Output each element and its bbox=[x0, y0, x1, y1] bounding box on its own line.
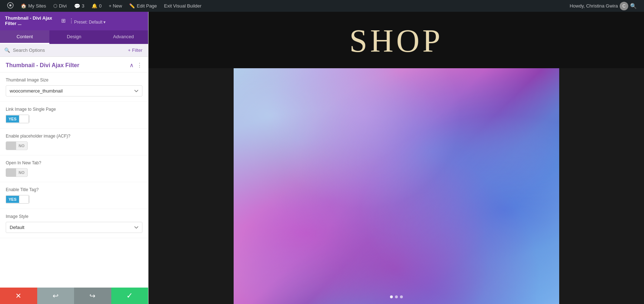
toggle-knob-off bbox=[6, 142, 16, 150]
smoke-background bbox=[234, 68, 559, 304]
edit-icon: ✏️ bbox=[129, 3, 135, 9]
setting-placeholder-image: Enable placeholder image (ACF)? NO bbox=[0, 129, 148, 155]
shop-title: SHOP bbox=[349, 23, 443, 59]
link-image-label: Link Image to Single Page bbox=[6, 107, 142, 112]
toggle-knob bbox=[19, 115, 29, 123]
new-tab-toggle[interactable]: NO bbox=[6, 168, 142, 177]
module-header: Thumbnail - Divi Ajax Filter ∧ ⋮ bbox=[0, 57, 148, 73]
canvas-area: SHOP bbox=[148, 12, 644, 304]
undo-button[interactable]: ↩ bbox=[37, 288, 74, 304]
module-more-icon[interactable]: ⋮ bbox=[137, 62, 142, 69]
setting-image-style: Image Style Default Rounded Circle Squar… bbox=[0, 209, 148, 238]
save-button[interactable]: ✓ bbox=[111, 288, 148, 304]
title-tag-toggle[interactable]: YES bbox=[6, 195, 142, 204]
shop-title-area: SHOP bbox=[148, 12, 644, 68]
wordpress-menu[interactable] bbox=[4, 0, 17, 12]
toggle-yes-label: YES bbox=[6, 115, 19, 123]
more-options-icon[interactable]: ⋮ bbox=[69, 18, 74, 24]
tab-content[interactable]: Content bbox=[0, 30, 49, 44]
search-icon: 🔍 bbox=[4, 48, 10, 53]
thumbnail-size-select[interactable]: woocommerce_thumbnail thumbnail medium l… bbox=[6, 85, 142, 96]
setting-enable-title-tag: Enable Title Tag? YES bbox=[0, 182, 148, 209]
tabs-row: Content Design Advanced bbox=[0, 30, 148, 44]
link-image-toggle-control[interactable]: YES bbox=[6, 115, 29, 123]
title-tag-label: Enable Title Tag? bbox=[6, 187, 142, 192]
new-tab-toggle-control[interactable]: NO bbox=[6, 168, 28, 177]
left-panel: Thumbnail - Divi Ajax Filter ... ⊞ ⋮ Pre… bbox=[0, 12, 148, 304]
thumbnail-size-label: Thumbnail Image Size bbox=[6, 78, 142, 83]
admin-bar: 🏠 My Sites ⬡ Divi 💬 3 🔔 0 + New ✏️ Edit … bbox=[0, 0, 644, 12]
dot-1[interactable] bbox=[390, 295, 393, 298]
svg-point-1 bbox=[9, 4, 11, 6]
svg-rect-6 bbox=[234, 68, 559, 304]
comments-menu[interactable]: 💬 3 bbox=[70, 0, 88, 12]
search-bar: 🔍 + Filter bbox=[0, 44, 148, 57]
panel-content: Thumbnail - Divi Ajax Filter ∧ ⋮ Thumbna… bbox=[0, 57, 148, 288]
image-style-select[interactable]: Default Rounded Circle Square bbox=[6, 222, 142, 233]
filter-icon: + bbox=[128, 48, 131, 53]
pending-menu[interactable]: 🔔 0 bbox=[88, 0, 105, 12]
preset-row[interactable]: Preset: Default ▾ bbox=[74, 20, 143, 25]
dot-3[interactable] bbox=[400, 295, 403, 298]
svg-rect-3 bbox=[234, 68, 559, 304]
undo-icon: ↩ bbox=[53, 291, 59, 300]
toggle-knob-off2 bbox=[6, 169, 16, 176]
setting-open-new-tab: Open In New Tab? NO bbox=[0, 155, 148, 182]
home-icon: 🏠 bbox=[21, 3, 26, 9]
panel-header: Thumbnail - Divi Ajax Filter ... ⊞ ⋮ Pre… bbox=[0, 12, 148, 30]
placeholder-toggle[interactable]: NO bbox=[6, 141, 142, 150]
toggle-no-label: NO bbox=[16, 142, 27, 149]
placeholder-image-label: Enable placeholder image (ACF)? bbox=[6, 134, 142, 139]
save-icon: ✓ bbox=[126, 291, 133, 300]
carousel-indicators bbox=[390, 295, 403, 298]
setting-thumbnail-image-size: Thumbnail Image Size woocommerce_thumbna… bbox=[0, 73, 148, 102]
main-area: Thumbnail - Divi Ajax Filter ... ⊞ ⋮ Pre… bbox=[0, 12, 644, 304]
toggle-knob2 bbox=[19, 195, 29, 203]
setting-link-image: Link Image to Single Page YES bbox=[0, 102, 148, 129]
toggle-no-label2: NO bbox=[16, 169, 27, 176]
tab-advanced[interactable]: Advanced bbox=[99, 30, 148, 44]
toggle-yes-label2: YES bbox=[6, 196, 19, 203]
image-area bbox=[234, 68, 559, 304]
my-sites-menu[interactable]: 🏠 My Sites bbox=[17, 0, 50, 12]
avatar: C bbox=[620, 2, 628, 10]
image-style-label: Image Style bbox=[6, 214, 142, 219]
dot-2[interactable] bbox=[395, 295, 398, 298]
search-icon[interactable]: 🔍 bbox=[630, 3, 637, 9]
divi-icon: ⬡ bbox=[53, 3, 57, 9]
cancel-icon: ✕ bbox=[15, 291, 21, 300]
new-content-menu[interactable]: + New bbox=[105, 0, 126, 12]
search-input[interactable] bbox=[13, 48, 124, 53]
edit-page-button[interactable]: ✏️ Edit Page bbox=[126, 0, 160, 12]
module-title: Thumbnail - Divi Ajax Filter bbox=[6, 62, 79, 69]
title-tag-toggle-control[interactable]: YES bbox=[6, 195, 29, 204]
panel-title: Thumbnail - Divi Ajax Filter ... bbox=[5, 15, 61, 26]
open-new-tab-label: Open In New Tab? bbox=[6, 160, 142, 165]
filter-button[interactable]: + Filter bbox=[127, 47, 144, 54]
divi-menu[interactable]: ⬡ Divi bbox=[50, 0, 70, 12]
screen-options-icon[interactable]: ⊞ bbox=[61, 18, 66, 24]
tab-design[interactable]: Design bbox=[49, 30, 99, 44]
user-menu[interactable]: Howdy, Christina Gwira C 🔍 bbox=[566, 2, 640, 10]
exit-builder-button[interactable]: Exit Visual Builder bbox=[161, 0, 205, 12]
cancel-button[interactable]: ✕ bbox=[0, 288, 37, 304]
wordpress-icon bbox=[7, 2, 14, 10]
placeholder-toggle-control[interactable]: NO bbox=[6, 141, 28, 150]
link-image-toggle[interactable]: YES bbox=[6, 115, 142, 123]
redo-button[interactable]: ↪ bbox=[74, 288, 111, 304]
bottom-action-bar: ✕ ↩ ↪ ✓ bbox=[0, 288, 148, 304]
svg-rect-2 bbox=[234, 68, 559, 304]
svg-rect-5 bbox=[234, 68, 559, 304]
pending-icon: 🔔 bbox=[92, 3, 97, 9]
redo-icon: ↪ bbox=[89, 291, 96, 300]
svg-rect-4 bbox=[234, 68, 559, 304]
comment-icon: 💬 bbox=[74, 3, 80, 9]
collapse-icon[interactable]: ∧ bbox=[130, 62, 134, 69]
